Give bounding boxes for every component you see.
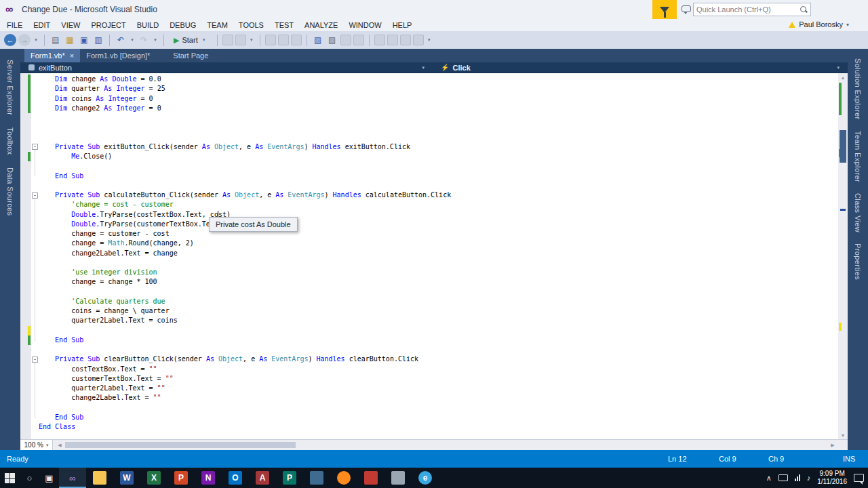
scrollbar-thumb[interactable] <box>65 442 296 448</box>
scroll-down-icon[interactable]: ▼ <box>838 431 848 439</box>
step-out-icon[interactable] <box>291 35 302 45</box>
vertical-scrollbar[interactable]: ▲ ▼ <box>838 73 848 439</box>
menu-item-tools[interactable]: TOOLS <box>233 20 269 30</box>
code-line <box>39 287 451 297</box>
word-icon[interactable]: W <box>113 468 140 488</box>
volume-icon[interactable]: ♪ <box>807 474 811 482</box>
feedback-bubble-icon[interactable] <box>682 5 691 12</box>
new-file-icon[interactable]: ▤ <box>50 34 62 46</box>
solution-platforms-dropdown[interactable] <box>235 35 246 45</box>
edge-browser-icon[interactable]: e <box>412 468 439 488</box>
menu-item-analyze[interactable]: ANALYZE <box>299 20 343 30</box>
comment-icon[interactable]: ▨ <box>326 34 338 46</box>
menu-item-edit[interactable]: EDIT <box>28 20 56 30</box>
tray-expand-icon[interactable]: ∧ <box>766 474 772 483</box>
outdent-icon[interactable] <box>387 35 398 45</box>
tool-tab-toolbox[interactable]: Toolbox <box>6 127 14 155</box>
save-icon[interactable]: ▣ <box>78 34 90 46</box>
network-icon[interactable] <box>795 474 800 481</box>
access-icon[interactable]: A <box>249 468 276 488</box>
tab-form1-vb[interactable]: Form1.vb*× <box>24 49 80 62</box>
outlook-icon[interactable]: O <box>222 468 249 488</box>
collapse-toggle[interactable]: - <box>32 192 38 199</box>
save-all-icon[interactable]: ▥ <box>92 34 104 46</box>
scrollbar-change-mark <box>839 83 842 115</box>
tool-tab-class-view[interactable]: Class View <box>854 193 862 232</box>
file-explorer-icon[interactable] <box>86 468 113 488</box>
feedback-flask-button[interactable] <box>652 0 677 19</box>
action-center-icon[interactable] <box>854 474 864 482</box>
onenote-icon[interactable]: N <box>195 468 222 488</box>
menu-item-build[interactable]: BUILD <box>132 20 164 30</box>
publisher-icon[interactable]: P <box>276 468 303 488</box>
toolbar-overflow-icon[interactable]: ▾ <box>426 34 433 46</box>
menu-item-project[interactable]: PROJECT <box>85 20 131 30</box>
tab-label: Form1.vb* <box>31 52 65 60</box>
status-bar: Ready Ln 12 Col 9 Ch 9 INS <box>0 450 868 468</box>
step-over-icon[interactable] <box>265 35 276 45</box>
redo-dropdown-icon[interactable]: ▾ <box>152 34 159 46</box>
member-label: Click <box>452 64 470 72</box>
code-editor[interactable]: - - - Dim change As Double = 0.0 Dim qua… <box>20 73 838 439</box>
open-file-icon[interactable]: ▦ <box>64 34 76 46</box>
scroll-right-icon[interactable]: ▶ <box>829 440 837 450</box>
tab-close-icon[interactable]: × <box>70 52 74 60</box>
scroll-left-icon[interactable]: ◀ <box>56 440 64 450</box>
bookmark-icon[interactable] <box>353 35 364 45</box>
quick-launch-search[interactable] <box>693 3 811 16</box>
nav-history-dropdown-icon[interactable]: ▾ <box>33 34 39 46</box>
snipping-tool-icon[interactable] <box>303 468 330 488</box>
member-dropdown[interactable]: ⚡ Click ▾ <box>434 62 844 73</box>
task-view-icon[interactable]: ▣ <box>39 468 59 488</box>
user-account-menu[interactable]: Paul Borosky ▾ <box>789 20 849 28</box>
start-debug-button[interactable]: ▶Start▾ <box>169 33 212 47</box>
menu-item-window[interactable]: WINDOW <box>343 20 387 30</box>
nav-back-icon[interactable]: ← <box>4 34 16 46</box>
menu-item-debug[interactable]: DEBUG <box>164 20 201 30</box>
find-in-files-icon[interactable]: ▧ <box>312 34 324 46</box>
undo-dropdown-icon[interactable]: ▾ <box>129 34 136 46</box>
solution-configurations-dropdown[interactable] <box>222 35 233 45</box>
menu-item-view[interactable]: VIEW <box>56 20 85 30</box>
uncomment-icon[interactable] <box>340 35 351 45</box>
step-into-icon[interactable] <box>278 35 289 45</box>
tab-form1-vb-design[interactable]: Form1.vb [Design]* <box>80 49 156 62</box>
toolbar-icon-extra-2[interactable] <box>413 35 424 45</box>
menu-item-file[interactable]: FILE <box>1 20 28 30</box>
horizontal-scrollbar[interactable]: 100 % ▾ ◀ ▶ <box>20 439 848 450</box>
menu-item-test[interactable]: TEST <box>269 20 299 30</box>
redo-icon[interactable]: ↷ <box>138 34 150 46</box>
tool-tab-team-explorer[interactable]: Team Explorer <box>854 131 862 182</box>
tool-tab-data-sources[interactable]: Data Sources <box>6 167 14 216</box>
toolbar-icon-extra-1[interactable] <box>400 35 411 45</box>
scope-dropdown[interactable]: exitButton ▾ <box>24 62 429 73</box>
menu-item-team[interactable]: TEAM <box>201 20 233 30</box>
start-button[interactable] <box>0 468 20 488</box>
search-icon[interactable]: ○ <box>20 468 39 488</box>
toolbar-separator-2 <box>109 35 110 46</box>
collapse-toggle[interactable]: - <box>32 144 38 150</box>
taskbar-clock[interactable]: 9:09 PM 1/11/2016 <box>817 470 847 486</box>
indicator-margin[interactable] <box>20 73 31 439</box>
nav-forward-icon[interactable]: → <box>18 34 31 46</box>
collapse-toggle[interactable]: - <box>32 357 38 363</box>
visual-studio-icon[interactable]: ∞ <box>59 468 86 488</box>
run-options-dropdown-icon[interactable]: ▾ <box>248 34 255 46</box>
indent-icon[interactable] <box>374 35 385 45</box>
tab-start-page[interactable]: Start Page <box>167 49 214 62</box>
menu-item-help[interactable]: HELP <box>387 20 418 30</box>
gray-app-icon[interactable] <box>384 468 412 488</box>
tool-tab-server-explorer[interactable]: Server Explorer <box>6 60 14 115</box>
zoom-dropdown[interactable]: 100 % ▾ <box>20 440 53 450</box>
excel-icon[interactable]: X <box>140 468 167 488</box>
display-icon[interactable] <box>778 474 788 481</box>
undo-icon[interactable]: ↶ <box>115 34 127 46</box>
scroll-up-icon[interactable]: ▲ <box>838 73 848 81</box>
red-app-icon[interactable] <box>357 468 384 488</box>
tool-tab-solution-explorer[interactable]: Solution Explorer <box>854 58 862 120</box>
scrollbar-thumb[interactable] <box>840 130 846 163</box>
quick-launch-input[interactable] <box>694 5 799 14</box>
firefox-icon[interactable] <box>330 468 357 488</box>
tool-tab-properties[interactable]: Properties <box>854 243 862 280</box>
powerpoint-icon[interactable]: P <box>167 468 195 488</box>
